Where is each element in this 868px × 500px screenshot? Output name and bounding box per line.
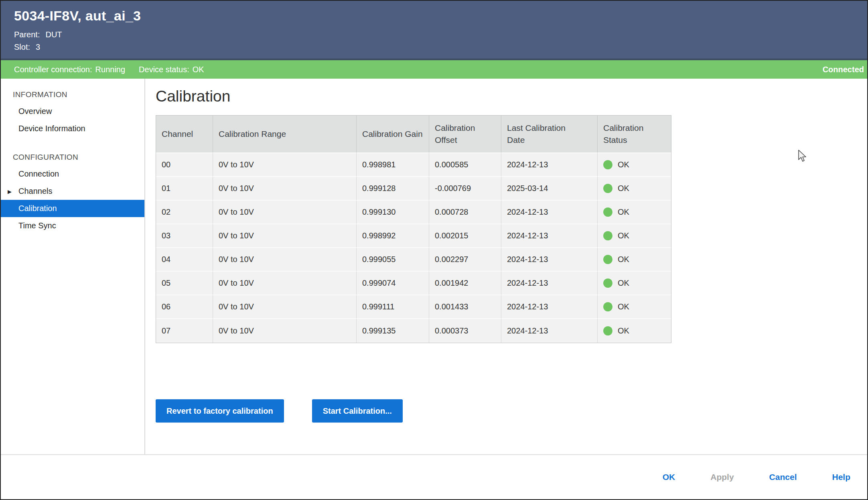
device-title: 5034-IF8V, aut_ai_3 xyxy=(14,8,867,24)
cell-gain: 0.999055 xyxy=(357,248,429,272)
device-config-window: 5034-IF8V, aut_ai_3 Parent:DUT Slot:3 Co… xyxy=(0,0,868,500)
cell-date: 2024-12-13 xyxy=(501,319,598,343)
cell-channel: 02 xyxy=(156,201,213,224)
cell-gain: 0.999111 xyxy=(357,295,429,319)
channels-expander-icon[interactable]: ▶ xyxy=(8,188,12,194)
table-row: 01 0V to 10V 0.999128 -0.000769 2025-03-… xyxy=(156,177,671,201)
col-header-calibration-offset: Calibration Offset xyxy=(429,116,501,153)
col-header-calibration-status: Calibration Status xyxy=(598,116,671,153)
cell-status: OK xyxy=(598,224,671,248)
slot-label: Slot: xyxy=(14,43,30,51)
cell-gain: 0.999128 xyxy=(357,177,429,201)
status-ok-dot-icon xyxy=(603,184,612,193)
cell-offset: 0.000728 xyxy=(429,201,501,224)
device-parent-row: Parent:DUT xyxy=(14,28,867,41)
cell-status: OK xyxy=(598,201,671,224)
cell-gain: 0.999130 xyxy=(357,201,429,224)
cell-channel: 01 xyxy=(156,177,213,201)
cell-channel: 05 xyxy=(156,272,213,295)
table-row: 05 0V to 10V 0.999074 0.001942 2024-12-1… xyxy=(156,272,671,295)
calibration-actions: Revert to factory calibration Start Cali… xyxy=(156,399,867,423)
cell-status: OK xyxy=(598,153,671,177)
sidebar-section-information: INFORMATION xyxy=(1,87,144,103)
cell-status: OK xyxy=(598,319,671,343)
device-status-value: OK xyxy=(193,65,204,74)
cell-range: 0V to 10V xyxy=(213,201,357,224)
status-text: OK xyxy=(618,231,629,240)
cell-offset: 0.002297 xyxy=(429,248,501,272)
cell-status: OK xyxy=(598,177,671,201)
sidebar-section-configuration: CONFIGURATION xyxy=(1,149,144,165)
col-header-channel: Channel xyxy=(156,116,213,153)
status-text: OK xyxy=(618,207,629,217)
revert-factory-calibration-button[interactable]: Revert to factory calibration xyxy=(156,399,284,423)
status-text: OK xyxy=(618,278,629,288)
status-ok-dot-icon xyxy=(603,326,612,335)
device-status-label: Device status: xyxy=(139,65,189,74)
parent-value: DUT xyxy=(45,30,62,39)
help-button[interactable]: Help xyxy=(832,472,850,482)
cell-range: 0V to 10V xyxy=(213,248,357,272)
status-text: OK xyxy=(618,255,629,264)
page-title: Calibration xyxy=(156,87,867,105)
cell-range: 0V to 10V xyxy=(213,295,357,319)
parent-label: Parent: xyxy=(14,30,40,39)
cell-channel: 06 xyxy=(156,295,213,319)
ok-button[interactable]: OK xyxy=(663,472,675,482)
cell-range: 0V to 10V xyxy=(213,319,357,343)
col-header-calibration-range: Calibration Range xyxy=(213,116,357,153)
cell-gain: 0.999135 xyxy=(357,319,429,343)
cell-range: 0V to 10V xyxy=(213,177,357,201)
controller-connection-label: Controller connection: xyxy=(14,65,92,74)
cell-gain: 0.998981 xyxy=(357,153,429,177)
controller-connection-status: Controller connection:Running xyxy=(14,65,125,74)
cell-range: 0V to 10V xyxy=(213,153,357,177)
cell-gain: 0.999074 xyxy=(357,272,429,295)
status-text: OK xyxy=(618,326,629,335)
table-row: 03 0V to 10V 0.998992 0.002015 2024-12-1… xyxy=(156,224,671,248)
dialog-footer: OK Apply Cancel Help xyxy=(1,454,867,499)
device-status: Device status:OK xyxy=(139,65,204,74)
cell-offset: 0.000585 xyxy=(429,153,501,177)
status-ok-dot-icon xyxy=(603,207,612,217)
cell-gain: 0.998992 xyxy=(357,224,429,248)
col-header-last-calibration-date: Last Calibration Date xyxy=(501,116,598,153)
table-header-row: Channel Calibration Range Calibration Ga… xyxy=(156,116,671,153)
cell-status: OK xyxy=(598,295,671,319)
cell-range: 0V to 10V xyxy=(213,224,357,248)
device-slot-row: Slot:3 xyxy=(14,41,867,53)
slot-value: 3 xyxy=(36,43,40,51)
cell-channel: 04 xyxy=(156,248,213,272)
cell-offset: -0.000769 xyxy=(429,177,501,201)
start-calibration-button[interactable]: Start Calibration... xyxy=(312,399,403,423)
status-bar: Controller connection:Running Device sta… xyxy=(1,59,867,79)
connection-state-badge: Connected xyxy=(823,65,864,74)
status-ok-dot-icon xyxy=(603,255,612,264)
cancel-button[interactable]: Cancel xyxy=(769,472,797,482)
status-text: OK xyxy=(618,302,629,311)
apply-button[interactable]: Apply xyxy=(710,472,734,482)
cell-status: OK xyxy=(598,272,671,295)
table-row: 07 0V to 10V 0.999135 0.000373 2024-12-1… xyxy=(156,319,671,343)
cell-status: OK xyxy=(598,248,671,272)
cell-offset: 0.001433 xyxy=(429,295,501,319)
cell-date: 2024-12-13 xyxy=(501,153,598,177)
sidebar-item-connection[interactable]: Connection xyxy=(1,165,144,183)
table-row: 06 0V to 10V 0.999111 0.001433 2024-12-1… xyxy=(156,295,671,319)
cell-range: 0V to 10V xyxy=(213,272,357,295)
status-ok-dot-icon xyxy=(603,278,612,288)
controller-connection-value: Running xyxy=(95,65,126,74)
cell-offset: 0.002015 xyxy=(429,224,501,248)
sidebar-item-channels[interactable]: ▶ Channels xyxy=(1,183,144,200)
sidebar-item-channels-label: Channels xyxy=(18,187,53,195)
cell-offset: 0.001942 xyxy=(429,272,501,295)
sidebar-item-time-sync[interactable]: Time Sync xyxy=(1,217,144,234)
cell-date: 2024-12-13 xyxy=(501,224,598,248)
cell-date: 2024-12-13 xyxy=(501,295,598,319)
sidebar-item-calibration[interactable]: Calibration xyxy=(1,200,144,217)
sidebar-item-overview[interactable]: Overview xyxy=(1,103,144,120)
table-row: 02 0V to 10V 0.999130 0.000728 2024-12-1… xyxy=(156,201,671,224)
sidebar-item-device-information[interactable]: Device Information xyxy=(1,120,144,137)
status-ok-dot-icon xyxy=(603,302,612,311)
status-ok-dot-icon xyxy=(603,160,612,169)
